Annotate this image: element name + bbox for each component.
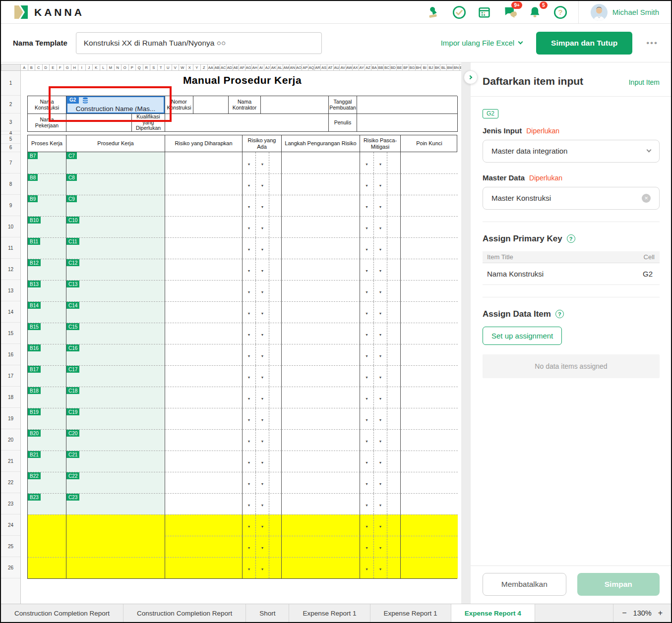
sheet-subcell[interactable]: ▼: [360, 238, 374, 259]
dropdown-arrow-icon[interactable]: ▼: [365, 376, 368, 379]
dropdown-arrow-icon[interactable]: ▼: [365, 333, 368, 337]
notifications-bell-icon[interactable]: 5: [528, 5, 542, 19]
sheet-cell[interactable]: [28, 514, 66, 536]
sheet-subcell[interactable]: ▼: [243, 238, 256, 259]
sheet-subcell[interactable]: ▼: [374, 259, 387, 280]
sheet-cell[interactable]: [401, 173, 458, 195]
sheet-cell[interactable]: B23: [28, 493, 66, 514]
sheet-subcell[interactable]: ▼: [360, 430, 374, 451]
row-number[interactable]: 11: [1, 237, 20, 259]
sheet-cell[interactable]: [28, 536, 66, 557]
sheet-cell[interactable]: B18: [28, 387, 66, 408]
column-letter[interactable]: AE: [233, 64, 240, 71]
sheet-cell[interactable]: C15: [66, 323, 165, 344]
dropdown-arrow-icon[interactable]: ▼: [261, 504, 264, 507]
help-icon[interactable]: ?: [553, 5, 567, 19]
sheet-subcell[interactable]: [387, 302, 400, 323]
sheet-subcell[interactable]: [387, 366, 400, 387]
sheet-subcell[interactable]: ▼: [243, 408, 256, 429]
sheet-cell[interactable]: [165, 557, 243, 578]
dropdown-arrow-icon[interactable]: ▼: [365, 290, 368, 294]
sheet-cell[interactable]: ▼▼: [360, 301, 401, 323]
dropdown-arrow-icon[interactable]: ▼: [379, 162, 382, 166]
sheet-subcell[interactable]: ▼: [374, 195, 387, 216]
sheet-tab[interactable]: Expense Report 4: [451, 604, 535, 622]
sheet-subcell[interactable]: ▼: [243, 494, 256, 514]
dropdown-arrow-icon[interactable]: ▼: [261, 525, 264, 528]
sheet-subcell[interactable]: ▼: [374, 174, 387, 195]
sheet-cell[interactable]: ▼▼: [360, 344, 401, 365]
dropdown-arrow-icon[interactable]: ▼: [365, 397, 368, 400]
sheet-subcell[interactable]: [387, 195, 400, 216]
dropdown-arrow-icon[interactable]: ▼: [365, 312, 368, 315]
sheet-cell[interactable]: [165, 472, 243, 493]
sheet-subcell[interactable]: [387, 536, 400, 557]
sheet-subcell[interactable]: ▼: [256, 174, 269, 195]
sheet-subcell[interactable]: [387, 408, 400, 429]
column-letter[interactable]: H: [71, 64, 79, 71]
sheet-subcell[interactable]: ▼: [374, 408, 387, 429]
dropdown-arrow-icon[interactable]: ▼: [261, 162, 264, 166]
sheet-cell[interactable]: ▼▼: [360, 387, 401, 408]
sheet-cell[interactable]: B22: [28, 472, 66, 493]
sheet-subcell[interactable]: ▼: [243, 259, 256, 280]
column-letter[interactable]: X: [186, 64, 194, 71]
column-letter[interactable]: BJ: [428, 64, 434, 71]
sheet-subcell[interactable]: [387, 174, 400, 195]
sheet-subcell[interactable]: ▼: [360, 302, 374, 323]
sheet-cell[interactable]: [282, 451, 360, 472]
column-letter[interactable]: BD: [390, 64, 397, 71]
column-letter[interactable]: R: [143, 64, 151, 71]
dropdown-arrow-icon[interactable]: ▼: [365, 461, 368, 464]
sheet-cell[interactable]: [401, 472, 458, 493]
sheet-cell[interactable]: ▼▼: [243, 429, 282, 451]
sheet-subcell[interactable]: ▼: [374, 536, 387, 557]
dropdown-arrow-icon[interactable]: ▼: [247, 184, 251, 187]
sheet-cell[interactable]: B16: [28, 344, 66, 365]
sheet-subcell[interactable]: ▼: [374, 451, 387, 472]
column-letter[interactable]: N: [115, 64, 122, 71]
dropdown-arrow-icon[interactable]: ▼: [379, 227, 382, 230]
column-letter[interactable]: BC: [384, 64, 390, 71]
sheet-subcell[interactable]: ▼: [360, 195, 374, 216]
cell-penulis-label[interactable]: Penulis: [329, 114, 357, 132]
sheet-cell[interactable]: B9: [28, 195, 66, 216]
sheet-cell[interactable]: B13: [28, 280, 66, 301]
sheet-subcell[interactable]: ▼: [256, 430, 269, 451]
dropdown-arrow-icon[interactable]: ▼: [379, 418, 382, 422]
dropdown-arrow-icon[interactable]: ▼: [365, 205, 368, 209]
sheet-cell[interactable]: ▼▼: [360, 323, 401, 344]
cell-empty[interactable]: [193, 96, 229, 114]
cell-kualifikasi-label[interactable]: Kualifikasi yang Diperlukan: [132, 114, 165, 132]
dropdown-arrow-icon[interactable]: ▼: [247, 269, 251, 273]
row-number[interactable]: 19: [1, 408, 20, 429]
sheet-subcell[interactable]: [387, 387, 400, 408]
sheet-cell[interactable]: [401, 408, 458, 429]
sheet-subcell[interactable]: [387, 515, 400, 536]
sheet-cell[interactable]: [401, 344, 458, 365]
cancel-button[interactable]: Membatalkan: [483, 573, 566, 596]
sheet-cell[interactable]: C11: [66, 237, 165, 259]
column-letter[interactable]: T: [158, 64, 165, 71]
sheet-subcell[interactable]: [269, 408, 281, 429]
dropdown-arrow-icon[interactable]: ▼: [261, 546, 264, 550]
sheet-cell[interactable]: [165, 429, 243, 451]
sheet-subcell[interactable]: ▼: [256, 408, 269, 429]
column-letter[interactable]: AB: [214, 64, 221, 71]
sheet-subcell[interactable]: [269, 323, 281, 344]
sheet-cell[interactable]: B7: [28, 152, 66, 173]
chat-icon[interactable]: 9+: [503, 5, 517, 19]
dropdown-arrow-icon[interactable]: ▼: [247, 162, 251, 166]
sheet-cell[interactable]: ▼▼: [243, 387, 282, 408]
column-letter[interactable]: AS: [321, 64, 327, 71]
sheet-cell[interactable]: ▼▼: [360, 195, 401, 216]
sheet-cell[interactable]: [401, 557, 458, 578]
dropdown-arrow-icon[interactable]: ▼: [379, 525, 382, 528]
dropdown-arrow-icon[interactable]: ▼: [379, 567, 382, 571]
sheet-cell[interactable]: [165, 173, 243, 195]
column-letter[interactable]: V: [172, 64, 180, 71]
sheet-subcell[interactable]: ▼: [374, 323, 387, 344]
column-letter[interactable]: M: [107, 64, 115, 71]
column-letter[interactable]: AA: [208, 64, 214, 71]
column-letter[interactable]: J: [86, 64, 93, 71]
